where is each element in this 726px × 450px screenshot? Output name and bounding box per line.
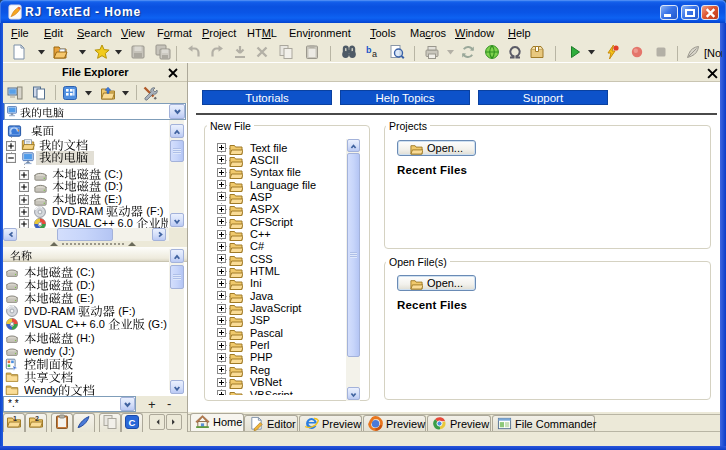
svg-text:a: a	[372, 49, 377, 59]
svg-text:1: 1	[13, 415, 17, 422]
svg-text:C: C	[129, 417, 136, 428]
svg-text:2: 2	[35, 415, 39, 422]
